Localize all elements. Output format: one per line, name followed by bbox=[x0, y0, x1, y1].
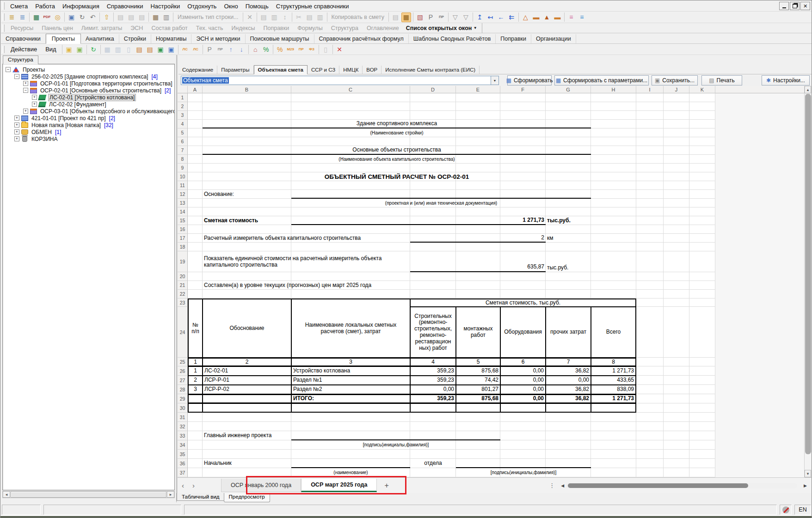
cell-B5[interactable]: (Наименование стройки) bbox=[203, 128, 591, 137]
row-header-16[interactable]: 16 bbox=[178, 225, 188, 234]
panel-button-8[interactable]: Формулы bbox=[293, 25, 326, 31]
save-report-button[interactable]: ▣Сохранить... bbox=[652, 75, 698, 85]
generate-params-button[interactable]: ▦Сформировать с параметрами... bbox=[554, 75, 649, 85]
book-settings-icon[interactable]: ▧ bbox=[415, 12, 425, 22]
tab-параметры[interactable]: Параметры bbox=[217, 66, 253, 74]
cell-E27[interactable]: 74,42 bbox=[456, 376, 500, 385]
cell-A25[interactable]: 1 bbox=[188, 358, 203, 366]
building-doc-icon[interactable]: ▥ bbox=[161, 12, 171, 22]
column-header-I[interactable]: I bbox=[636, 86, 664, 93]
column-header-E[interactable]: E bbox=[456, 86, 500, 93]
cell-F28[interactable]: 0,00 bbox=[500, 385, 546, 394]
scroll-thumb[interactable] bbox=[805, 94, 811, 454]
doc-gray-icon[interactable]: ▯ bbox=[321, 44, 331, 54]
row-header-17[interactable]: 17 bbox=[178, 234, 188, 243]
refresh-icon[interactable]: ↻ bbox=[77, 12, 87, 22]
cell-E30[interactable] bbox=[456, 403, 500, 413]
m29-badge-icon[interactable]: М29 bbox=[286, 44, 295, 54]
row-header-27[interactable]: 27 bbox=[178, 376, 188, 385]
ls-doc-add-icon[interactable]: ▤ bbox=[145, 44, 155, 54]
move-up-icon[interactable]: ↑ bbox=[226, 44, 236, 54]
copy-icon[interactable]: ▤ bbox=[305, 12, 314, 22]
level-first-icon[interactable]: ↥ bbox=[475, 12, 485, 22]
row-header-30[interactable]: 30 bbox=[178, 403, 188, 413]
generate-button[interactable]: ▦Сформировать bbox=[507, 75, 552, 85]
tab-стройки[interactable]: Стройки bbox=[119, 34, 151, 43]
cell-E25[interactable]: 5 bbox=[456, 358, 500, 366]
row-header-8[interactable]: 8 bbox=[178, 155, 188, 164]
percent-green-icon[interactable]: % bbox=[261, 44, 271, 54]
cell-F30[interactable] bbox=[500, 403, 546, 413]
tab-организации[interactable]: Организации bbox=[531, 34, 576, 43]
cell-B7[interactable]: Основные объекты строительства bbox=[203, 146, 591, 155]
column-header-B[interactable]: B bbox=[203, 86, 291, 93]
doc-blue-icon[interactable]: ▣ bbox=[166, 44, 176, 54]
refresh-green-icon[interactable]: ↻ bbox=[89, 44, 98, 54]
scroll-thumb[interactable] bbox=[568, 483, 748, 488]
expand-icon[interactable]: + bbox=[14, 129, 19, 134]
tree-item-4[interactable]: +ЛС-02-01 [Устройство котлована] bbox=[3, 94, 174, 101]
menu-2[interactable]: Информация bbox=[59, 2, 103, 11]
tab-исполнение-сметы-контракта-еис-[interactable]: Исполнение Сметы контракта (ЕИС) bbox=[381, 66, 480, 74]
row-header-32[interactable]: 32 bbox=[178, 422, 188, 431]
cell-A28[interactable]: 3 bbox=[188, 385, 203, 394]
row-header-19[interactable]: 19 bbox=[178, 251, 188, 272]
row-header-10[interactable]: 10 bbox=[178, 172, 188, 181]
settings-button[interactable]: ✱Настройки... bbox=[762, 75, 810, 85]
cell-C27[interactable]: Раздел №1 bbox=[291, 376, 410, 385]
loader-icon[interactable]: ▬ bbox=[553, 12, 562, 22]
outdent-icon[interactable]: ← bbox=[496, 12, 506, 22]
cell-D19[interactable]: 635,87 bbox=[410, 251, 546, 272]
folder-new-icon[interactable]: ▣ bbox=[75, 44, 85, 54]
menu-5[interactable]: Отдохнуть bbox=[184, 2, 220, 11]
tree-item-7[interactable]: +421-01-01 [Проект по 421 пр][2] bbox=[3, 115, 174, 122]
tree-item-2[interactable]: +ОСР-01-01 [Подготовка территории строит… bbox=[3, 80, 174, 87]
tab-поисковые-маршруты[interactable]: Поисковые маршруты bbox=[246, 34, 314, 43]
cell-C34[interactable]: [подпись(инициалы,фамилия)] bbox=[291, 440, 500, 450]
cell-C23[interactable]: Наименование локальных сметных расчетов … bbox=[291, 299, 410, 358]
tree-item-5[interactable]: +ЛС-02-02 [Фундамент] bbox=[3, 101, 174, 108]
tab-structure[interactable]: Структура bbox=[3, 55, 38, 64]
cell-C26[interactable]: Устройство котлована bbox=[291, 366, 410, 376]
cell-D29[interactable]: 359,23 bbox=[410, 394, 456, 403]
report-template-combobox[interactable]: Объектная смета ▼ bbox=[181, 76, 499, 85]
menu-4[interactable]: Настройки bbox=[147, 2, 184, 11]
vertical-scrollbar[interactable]: ▴ ▾ bbox=[804, 86, 812, 477]
cell-G29[interactable]: 36,82 bbox=[546, 394, 591, 403]
cell-C15[interactable]: 1 271,73 bbox=[291, 216, 546, 225]
row-edit-icon[interactable]: ▥ bbox=[270, 12, 279, 22]
column-header-G[interactable]: G bbox=[546, 86, 591, 93]
tree-structure-icon[interactable]: ≣ bbox=[7, 12, 17, 22]
close-button[interactable]: ✕ bbox=[800, 2, 810, 10]
cell-B15[interactable]: Сметная стоимость bbox=[203, 216, 291, 225]
column-header-C[interactable]: C bbox=[291, 86, 410, 93]
row-header-9[interactable]: 9 bbox=[178, 164, 188, 172]
scroll-left-icon[interactable]: ◂ bbox=[3, 491, 10, 498]
scroll-up-icon[interactable]: ▴ bbox=[805, 86, 811, 93]
tree-item-0[interactable]: −Проекты bbox=[3, 66, 174, 73]
cell-D26[interactable]: 359,23 bbox=[410, 366, 456, 376]
doc-pr-icon[interactable]: ПР bbox=[215, 44, 225, 54]
cell-F24[interactable]: Оборудования bbox=[500, 307, 546, 358]
menu-6[interactable]: Окно bbox=[220, 2, 241, 11]
cell-B4[interactable]: Здание спортивного комплекса bbox=[203, 120, 591, 128]
cell-H29[interactable]: 1 271,73 bbox=[591, 394, 636, 403]
row-header-7[interactable]: 7 bbox=[178, 146, 188, 155]
doc-p-icon[interactable]: P bbox=[426, 12, 436, 22]
paste-icon[interactable]: ▥ bbox=[315, 12, 325, 22]
tree-append-icon[interactable]: ≣ bbox=[18, 12, 27, 22]
column-header-F[interactable]: F bbox=[500, 86, 546, 93]
menu-7[interactable]: Помощь bbox=[242, 2, 272, 11]
insert-row-icon[interactable]: ▤ bbox=[116, 12, 125, 22]
column-header-K[interactable]: K bbox=[689, 86, 715, 93]
tab-объектная-смета[interactable]: Объектная смета bbox=[254, 65, 308, 74]
row-header-21[interactable]: 21 bbox=[178, 281, 188, 290]
expand-icon[interactable]: + bbox=[23, 81, 28, 86]
collapse-icon[interactable]: − bbox=[14, 74, 19, 79]
protractor-icon[interactable]: △ bbox=[521, 12, 530, 22]
cell-B10[interactable]: ОБЪЕКТНЫЙ СМЕТНЫЙ РАСЧЕТ № ОСР-02-01 bbox=[203, 172, 591, 181]
books-pink-icon[interactable]: ≡ bbox=[566, 12, 576, 22]
cell-D24[interactable]: Строительных (ремонтно-строительных, рем… bbox=[410, 307, 456, 358]
column-header-J[interactable]: J bbox=[664, 86, 689, 93]
menu-3[interactable]: Справочники bbox=[103, 2, 147, 11]
